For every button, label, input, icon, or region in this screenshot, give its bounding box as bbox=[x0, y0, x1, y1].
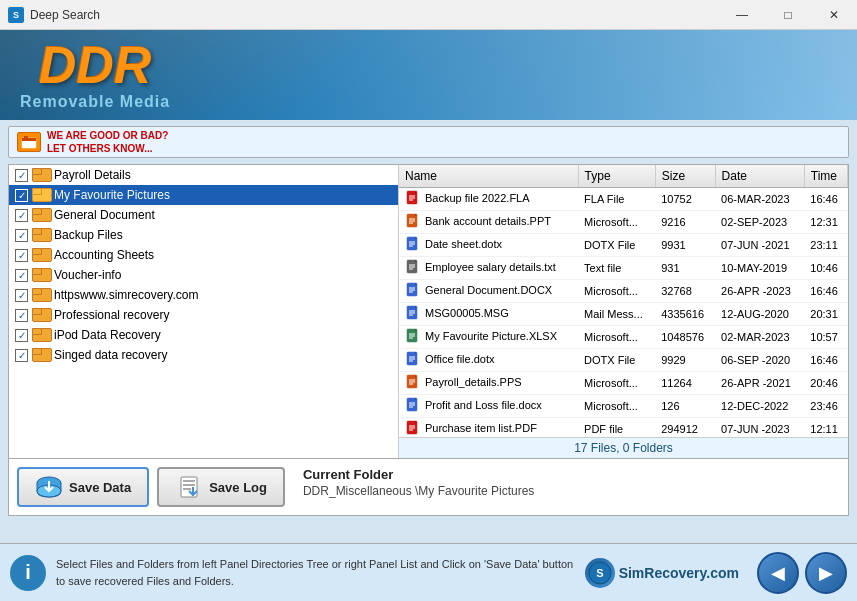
file-date-cell: 06-SEP -2020 bbox=[715, 349, 804, 372]
folder-icon bbox=[32, 188, 50, 202]
file-date-cell: 12-DEC-2022 bbox=[715, 395, 804, 418]
logo-subtitle: Removable Media bbox=[20, 93, 170, 111]
tree-item-label: iPod Data Recovery bbox=[54, 328, 161, 342]
file-time-cell: 12:31 bbox=[804, 211, 847, 234]
file-count-bar: 17 Files, 0 Folders bbox=[399, 437, 848, 458]
tree-item-checkbox[interactable]: ✓ bbox=[15, 349, 28, 362]
file-type-cell: PDF file bbox=[578, 418, 655, 438]
tree-item[interactable]: ✓Singed data recovery bbox=[9, 345, 398, 365]
tree-item-checkbox[interactable]: ✓ bbox=[15, 169, 28, 182]
banner-icon bbox=[17, 132, 41, 152]
tree-item[interactable]: ✓My Favourite Pictures bbox=[9, 185, 398, 205]
file-name-cell: Profit and Loss file.docx bbox=[399, 395, 578, 418]
file-type-cell: Microsoft... bbox=[578, 372, 655, 395]
file-date-cell: 07-JUN -2023 bbox=[715, 418, 804, 438]
file-date-cell: 02-SEP-2023 bbox=[715, 211, 804, 234]
app-header: DDR Removable Media bbox=[0, 30, 857, 120]
table-column-header[interactable]: Time bbox=[804, 165, 847, 188]
tree-item-label: General Document bbox=[54, 208, 155, 222]
tree-item[interactable]: ✓Backup Files bbox=[9, 225, 398, 245]
tree-item[interactable]: ✓httpswww.simrecovery.com bbox=[9, 285, 398, 305]
current-folder-title: Current Folder bbox=[303, 467, 838, 482]
table-row[interactable]: Backup file 2022.FLAFLA File1075206-MAR-… bbox=[399, 188, 848, 211]
tree-item[interactable]: ✓Payroll Details bbox=[9, 165, 398, 185]
table-row[interactable]: Purchase item list.PDFPDF file29491207-J… bbox=[399, 418, 848, 438]
tree-item[interactable]: ✓iPod Data Recovery bbox=[9, 325, 398, 345]
folder-icon bbox=[32, 268, 50, 282]
close-button[interactable]: ✕ bbox=[811, 0, 857, 30]
main-content: ✓Payroll Details✓My Favourite Pictures✓G… bbox=[8, 164, 849, 459]
logo-ddr: DDR bbox=[39, 39, 152, 91]
folder-icon bbox=[32, 248, 50, 262]
folder-icon bbox=[32, 168, 50, 182]
file-time-cell: 20:31 bbox=[804, 303, 847, 326]
svg-rect-67 bbox=[183, 480, 195, 482]
tree-item[interactable]: ✓Voucher-info bbox=[9, 265, 398, 285]
minimize-button[interactable]: — bbox=[719, 0, 765, 30]
tree-item[interactable]: ✓Professional recovery bbox=[9, 305, 398, 325]
sim-logo-icon: S bbox=[585, 558, 615, 588]
table-row[interactable]: General Document.DOCXMicrosoft...3276826… bbox=[399, 280, 848, 303]
file-time-cell: 16:46 bbox=[804, 349, 847, 372]
save-data-button[interactable]: Save Data bbox=[17, 467, 149, 507]
file-type-cell: FLA File bbox=[578, 188, 655, 211]
table-row[interactable]: MSG00005.MSGMail Mess...433561612-AUG-20… bbox=[399, 303, 848, 326]
save-log-button[interactable]: Save Log bbox=[157, 467, 285, 507]
back-button[interactable]: ◀ bbox=[757, 552, 799, 594]
title-bar: S Deep Search — □ ✕ bbox=[0, 0, 857, 30]
table-column-header[interactable]: Type bbox=[578, 165, 655, 188]
file-date-cell: 26-APR -2021 bbox=[715, 372, 804, 395]
tree-item-checkbox[interactable]: ✓ bbox=[15, 249, 28, 262]
left-panel: ✓Payroll Details✓My Favourite Pictures✓G… bbox=[9, 165, 399, 458]
table-column-header[interactable]: Date bbox=[715, 165, 804, 188]
tree-item-checkbox[interactable]: ✓ bbox=[15, 269, 28, 282]
save-data-label: Save Data bbox=[69, 480, 131, 495]
file-size-cell: 32768 bbox=[655, 280, 715, 303]
file-name-cell: Office file.dotx bbox=[399, 349, 578, 372]
table-row[interactable]: Payroll_details.PPSMicrosoft...1126426-A… bbox=[399, 372, 848, 395]
file-date-cell: 07-JUN -2021 bbox=[715, 234, 804, 257]
table-row[interactable]: Office file.dotxDOTX File992906-SEP -202… bbox=[399, 349, 848, 372]
svg-rect-68 bbox=[183, 484, 195, 486]
table-column-header[interactable]: Size bbox=[655, 165, 715, 188]
table-column-header[interactable]: Name bbox=[399, 165, 578, 188]
save-data-icon bbox=[35, 475, 63, 499]
file-type-cell: DOTX File bbox=[578, 349, 655, 372]
table-row[interactable]: Date sheet.dotxDOTX File993107-JUN -2021… bbox=[399, 234, 848, 257]
tree-item-checkbox[interactable]: ✓ bbox=[15, 229, 28, 242]
file-name-cell: Bank account details.PPT bbox=[399, 211, 578, 234]
tree-item-label: Payroll Details bbox=[54, 168, 131, 182]
file-time-cell: 12:11 bbox=[804, 418, 847, 438]
tree-item-checkbox[interactable]: ✓ bbox=[15, 289, 28, 302]
file-date-cell: 26-APR -2023 bbox=[715, 280, 804, 303]
file-size-cell: 11264 bbox=[655, 372, 715, 395]
maximize-button[interactable]: □ bbox=[765, 0, 811, 30]
file-size-cell: 9216 bbox=[655, 211, 715, 234]
file-time-cell: 20:46 bbox=[804, 372, 847, 395]
file-type-cell: DOTX File bbox=[578, 234, 655, 257]
forward-button[interactable]: ▶ bbox=[805, 552, 847, 594]
table-row[interactable]: Bank account details.PPTMicrosoft...9216… bbox=[399, 211, 848, 234]
file-type-cell: Microsoft... bbox=[578, 211, 655, 234]
tree-item-checkbox[interactable]: ✓ bbox=[15, 189, 28, 202]
table-row[interactable]: Employee salary details.txtText file9311… bbox=[399, 257, 848, 280]
tree-item-checkbox[interactable]: ✓ bbox=[15, 309, 28, 322]
table-row[interactable]: My Favourite Picture.XLSXMicrosoft...104… bbox=[399, 326, 848, 349]
tree-item-checkbox[interactable]: ✓ bbox=[15, 329, 28, 342]
file-type-cell: Microsoft... bbox=[578, 280, 655, 303]
file-size-cell: 9931 bbox=[655, 234, 715, 257]
folder-icon bbox=[32, 328, 50, 342]
info-icon: i bbox=[10, 555, 46, 591]
tree-item[interactable]: ✓General Document bbox=[9, 205, 398, 225]
file-size-cell: 1048576 bbox=[655, 326, 715, 349]
logo-area: DDR Removable Media bbox=[20, 39, 170, 111]
current-folder-path: DDR_Miscellaneous \My Favourite Pictures bbox=[303, 484, 838, 498]
file-table: NameTypeSizeDateTime Backup file 2022.FL… bbox=[399, 165, 848, 437]
file-size-cell: 126 bbox=[655, 395, 715, 418]
tree-item-checkbox[interactable]: ✓ bbox=[15, 209, 28, 222]
tree-item[interactable]: ✓Accounting Sheets bbox=[9, 245, 398, 265]
file-name-cell: Purchase item list.PDF bbox=[399, 418, 578, 438]
table-row[interactable]: Profit and Loss file.docxMicrosoft...126… bbox=[399, 395, 848, 418]
file-name-cell: My Favourite Picture.XLSX bbox=[399, 326, 578, 349]
right-panel: NameTypeSizeDateTime Backup file 2022.FL… bbox=[399, 165, 848, 458]
